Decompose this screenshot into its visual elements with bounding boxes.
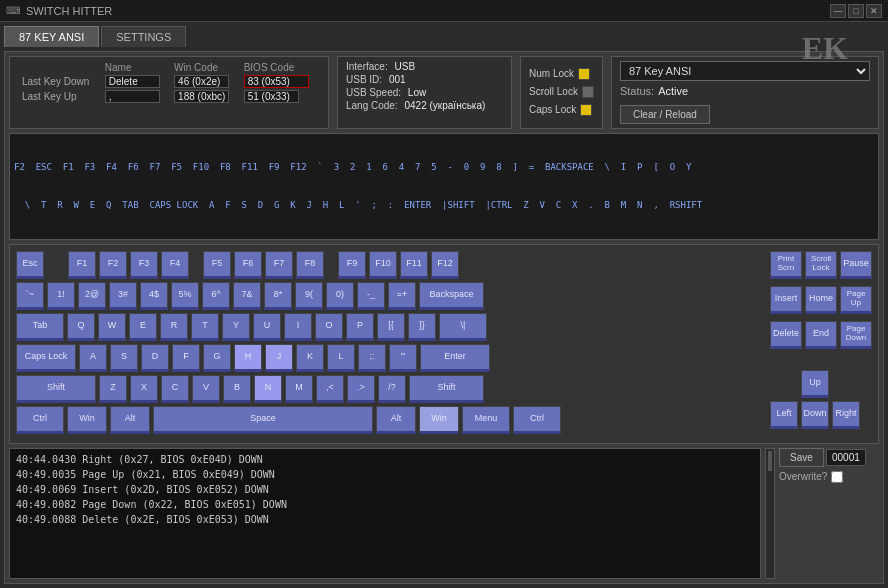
minimize-button[interactable]: — <box>830 4 846 18</box>
key-shift-right[interactable]: Shift <box>409 375 484 403</box>
key-p[interactable]: P <box>346 313 374 341</box>
key-9[interactable]: 9( <box>295 282 323 310</box>
key-z[interactable]: Z <box>99 375 127 403</box>
close-button[interactable]: ✕ <box>866 4 882 18</box>
key-tab[interactable]: Tab <box>16 313 64 341</box>
key-f2[interactable]: F2 <box>99 251 127 279</box>
clear-reload-button[interactable]: Clear / Reload <box>620 105 710 124</box>
key-1[interactable]: 1! <box>47 282 75 310</box>
tab-87key[interactable]: 87 KEY ANSI <box>4 26 99 47</box>
key-ctrl-right[interactable]: Ctrl <box>513 406 561 434</box>
key-quote[interactable]: '" <box>389 344 417 372</box>
key-win-left[interactable]: Win <box>67 406 107 434</box>
key-equals[interactable]: =+ <box>388 282 416 310</box>
key-menu[interactable]: Menu <box>462 406 510 434</box>
key-a[interactable]: A <box>79 344 107 372</box>
key-r[interactable]: R <box>160 313 188 341</box>
key-3[interactable]: 3# <box>109 282 137 310</box>
key-delete[interactable]: Delete <box>770 321 802 349</box>
key-y[interactable]: Y <box>222 313 250 341</box>
key-insert[interactable]: Insert <box>770 286 802 314</box>
maximize-button[interactable]: □ <box>848 4 864 18</box>
key-2[interactable]: 2@ <box>78 282 106 310</box>
key-f7[interactable]: F7 <box>265 251 293 279</box>
key-o[interactable]: O <box>315 313 343 341</box>
key-f8[interactable]: F8 <box>296 251 324 279</box>
key-m[interactable]: M <box>285 375 313 403</box>
key-enter[interactable]: Enter <box>420 344 490 372</box>
key-h[interactable]: H <box>234 344 262 372</box>
key-4[interactable]: 4$ <box>140 282 168 310</box>
key-backslash[interactable]: \| <box>439 313 487 341</box>
key-f11[interactable]: F11 <box>400 251 428 279</box>
key-g[interactable]: G <box>203 344 231 372</box>
log-scrollbar[interactable] <box>765 448 775 579</box>
scroll-thumb <box>768 451 772 471</box>
key-f12[interactable]: F12 <box>431 251 459 279</box>
key-e[interactable]: E <box>129 313 157 341</box>
key-slash[interactable]: /? <box>378 375 406 403</box>
key-d[interactable]: D <box>141 344 169 372</box>
key-c[interactable]: C <box>161 375 189 403</box>
key-win-right[interactable]: Win <box>419 406 459 434</box>
key-8[interactable]: 8* <box>264 282 292 310</box>
key-grave[interactable]: `~ <box>16 282 44 310</box>
key-row-zxcv: Shift Z X C V B N M ,< .> /? Shift <box>16 375 764 403</box>
key-alt-left[interactable]: Alt <box>110 406 150 434</box>
key-n[interactable]: N <box>254 375 282 403</box>
last-key-up-label: Last Key Up <box>18 89 101 104</box>
key-rbracket[interactable]: ]} <box>408 313 436 341</box>
key-7[interactable]: 7& <box>233 282 261 310</box>
key-k[interactable]: K <box>296 344 324 372</box>
key-home[interactable]: Home <box>805 286 837 314</box>
key-b[interactable]: B <box>223 375 251 403</box>
key-f[interactable]: F <box>172 344 200 372</box>
key-lbracket[interactable]: [{ <box>377 313 405 341</box>
key-shift-left[interactable]: Shift <box>16 375 96 403</box>
key-6[interactable]: 6^ <box>202 282 230 310</box>
key-j[interactable]: J <box>265 344 293 372</box>
key-scroll-lock[interactable]: ScrollLock <box>805 251 837 279</box>
key-end[interactable]: End <box>805 321 837 349</box>
key-i[interactable]: I <box>284 313 312 341</box>
key-f3[interactable]: F3 <box>130 251 158 279</box>
key-space[interactable]: Space <box>153 406 373 434</box>
key-right[interactable]: Right <box>832 401 860 429</box>
caps-lock-row: Caps Lock <box>529 104 594 116</box>
key-f4[interactable]: F4 <box>161 251 189 279</box>
tab-settings[interactable]: SETTINGS <box>101 26 186 47</box>
key-print-scrn[interactable]: PrintScrn <box>770 251 802 279</box>
key-comma[interactable]: ,< <box>316 375 344 403</box>
key-esc[interactable]: Esc <box>16 251 44 279</box>
overwrite-checkbox[interactable] <box>831 471 843 483</box>
key-v[interactable]: V <box>192 375 220 403</box>
key-alt-right[interactable]: Alt <box>376 406 416 434</box>
key-w[interactable]: W <box>98 313 126 341</box>
key-f6[interactable]: F6 <box>234 251 262 279</box>
key-t[interactable]: T <box>191 313 219 341</box>
key-l[interactable]: L <box>327 344 355 372</box>
key-0[interactable]: 0) <box>326 282 354 310</box>
key-period[interactable]: .> <box>347 375 375 403</box>
key-5[interactable]: 5% <box>171 282 199 310</box>
key-page-down[interactable]: PageDown <box>840 321 872 349</box>
key-f5[interactable]: F5 <box>203 251 231 279</box>
save-button[interactable]: Save <box>779 448 824 467</box>
key-x[interactable]: X <box>130 375 158 403</box>
key-left[interactable]: Left <box>770 401 798 429</box>
key-semicolon[interactable]: ;: <box>358 344 386 372</box>
key-f9[interactable]: F9 <box>338 251 366 279</box>
key-minus[interactable]: -_ <box>357 282 385 310</box>
key-backspace[interactable]: Backspace <box>419 282 484 310</box>
key-u[interactable]: U <box>253 313 281 341</box>
key-f1[interactable]: F1 <box>68 251 96 279</box>
key-caps-lock[interactable]: Caps Lock <box>16 344 76 372</box>
key-f10[interactable]: F10 <box>369 251 397 279</box>
key-q[interactable]: Q <box>67 313 95 341</box>
key-up[interactable]: Up <box>801 370 829 398</box>
key-pause[interactable]: Pause <box>840 251 872 279</box>
key-s[interactable]: S <box>110 344 138 372</box>
key-page-up[interactable]: PageUp <box>840 286 872 314</box>
key-down[interactable]: Down <box>801 401 829 429</box>
key-ctrl-left[interactable]: Ctrl <box>16 406 64 434</box>
